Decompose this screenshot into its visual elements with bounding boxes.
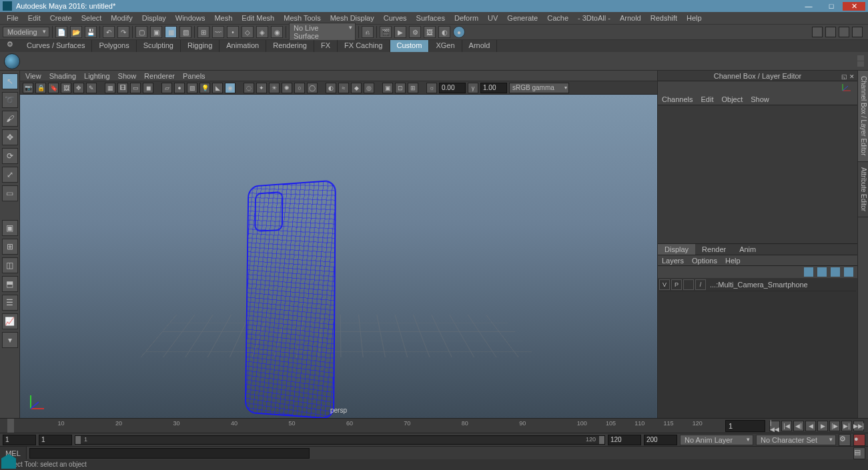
vp-image-plane-icon[interactable]: 🖼 bbox=[61, 83, 71, 93]
range-handle-right[interactable] bbox=[599, 436, 604, 444]
vp-textured-icon[interactable]: ▨ bbox=[187, 83, 197, 93]
layout-outliner-button[interactable]: ☰ bbox=[2, 295, 18, 311]
snap-view-button[interactable]: ◈ bbox=[256, 26, 268, 38]
vpmenu-shading[interactable]: Shading bbox=[49, 72, 76, 80]
vp-default-light-icon[interactable]: ☀ bbox=[269, 83, 280, 93]
step-forward-key-button[interactable]: ▶| bbox=[841, 421, 852, 431]
vp-select-camera-icon[interactable]: 📷 bbox=[23, 83, 33, 93]
select-mode-component-button[interactable]: ▣ bbox=[150, 26, 162, 38]
live-surface-dropdown[interactable]: No Live Surface bbox=[289, 23, 356, 41]
snap-plane-button[interactable]: ◇ bbox=[242, 26, 254, 38]
layer-new-selected-icon[interactable] bbox=[844, 267, 853, 277]
new-scene-button[interactable]: 📄 bbox=[55, 26, 67, 38]
layout-single-button[interactable]: ▣ bbox=[2, 220, 18, 236]
vp-motion-blur-icon[interactable]: ≈ bbox=[338, 83, 349, 93]
step-forward-button[interactable]: |▶ bbox=[829, 421, 840, 431]
menu-deform[interactable]: Deform bbox=[450, 13, 482, 23]
select-mode-template-button[interactable]: ▧ bbox=[179, 26, 191, 38]
menu-select[interactable]: Select bbox=[77, 13, 106, 23]
vp-xray-icon[interactable]: ◌ bbox=[244, 83, 254, 93]
menu-modify[interactable]: Modify bbox=[107, 13, 136, 23]
vpmenu-view[interactable]: View bbox=[25, 72, 41, 80]
last-tool[interactable]: ▭ bbox=[2, 185, 18, 201]
layer-move-up-icon[interactable] bbox=[804, 267, 813, 277]
vp-no-light-icon[interactable]: ◯ bbox=[307, 83, 318, 93]
character-set-dropdown[interactable]: No Character Set bbox=[756, 435, 836, 445]
vpmenu-lighting[interactable]: Lighting bbox=[84, 72, 110, 80]
time-slider-track[interactable]: 1 10 20 30 40 50 60 70 80 90 100 105 110… bbox=[0, 419, 721, 433]
vp-use-lights-icon[interactable]: 💡 bbox=[199, 83, 210, 93]
range-handle-left[interactable] bbox=[75, 436, 81, 444]
shelf-tab-rendering[interactable]: Rendering bbox=[266, 40, 314, 52]
time-slider[interactable]: 1 10 20 30 40 50 60 70 80 90 100 105 110… bbox=[0, 418, 868, 433]
layer-menu-help[interactable]: Help bbox=[725, 255, 741, 265]
menu-file[interactable]: File bbox=[3, 13, 23, 23]
cbtab-object[interactable]: Object bbox=[721, 93, 743, 105]
shelf-custom-icon[interactable] bbox=[4, 53, 20, 69]
vpmenu-show[interactable]: Show bbox=[118, 72, 137, 80]
render-frame-button[interactable]: 🎬 bbox=[380, 26, 392, 38]
layer-tab-anim[interactable]: Anim bbox=[733, 244, 763, 255]
vp-aa-icon[interactable]: ◆ bbox=[351, 83, 362, 93]
vp-2d-pan-icon[interactable]: ✥ bbox=[73, 83, 84, 93]
vp-lock-camera-icon[interactable]: 🔒 bbox=[35, 83, 46, 93]
render-settings-button[interactable]: ⚙ bbox=[409, 26, 421, 38]
step-back-key-button[interactable]: |◀ bbox=[781, 421, 792, 431]
shelf-tab-arnold[interactable]: Arnold bbox=[462, 40, 498, 52]
menu-edit[interactable]: Edit bbox=[24, 13, 45, 23]
anim-layer-dropdown[interactable]: No Anim Layer bbox=[680, 435, 753, 445]
vp-bookmark-icon[interactable]: 🔖 bbox=[48, 83, 59, 93]
layout-four-button[interactable]: ⊞ bbox=[2, 239, 18, 255]
render-view-button[interactable]: 🖼 bbox=[424, 26, 436, 38]
layout-graph-button[interactable]: 📈 bbox=[2, 313, 18, 329]
layer-color-swatch[interactable]: / bbox=[695, 279, 706, 290]
vp-flat-light-icon[interactable]: ○ bbox=[294, 83, 305, 93]
vp-colorspace-dropdown[interactable]: sRGB gamma bbox=[509, 83, 569, 93]
layer-menu-options[interactable]: Options bbox=[692, 255, 717, 265]
layout-two-v-button[interactable]: ◫ bbox=[2, 257, 18, 273]
cbtab-channels[interactable]: Channels bbox=[662, 93, 693, 105]
vp-isolate-select-icon[interactable]: ◉ bbox=[225, 83, 236, 93]
layer-tab-render[interactable]: Render bbox=[695, 244, 733, 255]
vp-gamma-icon[interactable]: γ bbox=[468, 83, 478, 93]
layer-menu-layers[interactable]: Layers bbox=[662, 255, 684, 265]
menu-windows[interactable]: Windows bbox=[171, 13, 209, 23]
shelf-scroll-down-icon[interactable] bbox=[857, 61, 864, 67]
vp-exposure-icon[interactable]: ☼ bbox=[426, 83, 437, 93]
layout-button-2[interactable] bbox=[825, 27, 836, 37]
layer-visibility-toggle[interactable]: V bbox=[659, 279, 670, 290]
viewport-mesh-object[interactable] bbox=[245, 180, 336, 418]
shelf-tab-polygons[interactable]: Polygons bbox=[92, 40, 136, 52]
vp-dof-icon[interactable]: ◎ bbox=[364, 83, 374, 93]
vp-shadows-icon[interactable]: ◣ bbox=[212, 83, 223, 93]
layer-row[interactable]: V P / ...:Multi_Camera_Smartphone bbox=[659, 279, 856, 291]
current-frame-input[interactable] bbox=[725, 420, 765, 432]
layout-button-4[interactable] bbox=[852, 27, 863, 37]
go-to-end-button[interactable]: ▶▶| bbox=[853, 421, 864, 431]
menu-surfaces[interactable]: Surfaces bbox=[412, 13, 449, 23]
auto-key-button[interactable]: ● bbox=[853, 434, 865, 446]
vp-wireframe-icon[interactable]: ▱ bbox=[161, 83, 172, 93]
time-slider-current-frame[interactable] bbox=[7, 419, 14, 433]
select-tool[interactable]: ↖ bbox=[2, 73, 18, 89]
vp-ssao-icon[interactable]: ◐ bbox=[326, 83, 336, 93]
layer-tab-display[interactable]: Display bbox=[658, 244, 695, 255]
vp-expose-button[interactable]: ⊡ bbox=[395, 83, 406, 93]
vp-gamma-input[interactable] bbox=[480, 83, 507, 93]
layer-new-empty-icon[interactable] bbox=[831, 267, 840, 277]
range-start-outer-input[interactable] bbox=[3, 435, 36, 445]
shelf-tab-animation[interactable]: Animation bbox=[220, 40, 266, 52]
vp-frame-button[interactable]: ⊞ bbox=[408, 83, 418, 93]
lasso-tool[interactable]: ➰ bbox=[2, 92, 18, 108]
range-start-inner-input[interactable] bbox=[39, 435, 72, 445]
menu-mesh-tools[interactable]: Mesh Tools bbox=[280, 13, 324, 23]
layer-playback-toggle[interactable]: P bbox=[671, 279, 682, 290]
snap-grid-button[interactable]: ⊞ bbox=[197, 26, 209, 38]
menu-arnold[interactable]: Arnold bbox=[616, 13, 645, 23]
layer-name-label[interactable]: ...:Multi_Camera_Smartphone bbox=[707, 281, 856, 289]
layout-button-1[interactable] bbox=[812, 27, 823, 37]
shelf-tab-fx-caching[interactable]: FX Caching bbox=[338, 40, 390, 52]
play-forward-button[interactable]: ▶ bbox=[817, 421, 828, 431]
vpmenu-renderer[interactable]: Renderer bbox=[144, 72, 175, 80]
vp-grease-pencil-icon[interactable]: ✎ bbox=[86, 83, 97, 93]
